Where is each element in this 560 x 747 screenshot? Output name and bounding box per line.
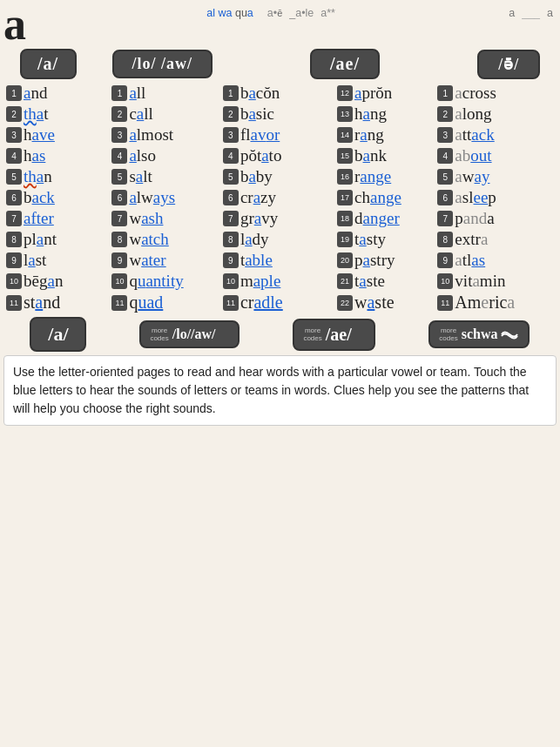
table-row: 10 bēgan 10 quantity 10 maple 21 t bbox=[3, 271, 557, 292]
bottom-btn-a[interactable]: /a/ bbox=[30, 317, 86, 352]
word-text: basic bbox=[240, 104, 274, 124]
word-text: vitamin bbox=[455, 272, 505, 291]
word-text: always bbox=[129, 188, 175, 207]
word-text: away bbox=[455, 167, 489, 186]
row-num: 9 bbox=[6, 252, 22, 268]
word-cell: 14 rang bbox=[334, 124, 435, 145]
word-cell: 1 across bbox=[435, 83, 557, 104]
word-cell: 7 gravy bbox=[220, 208, 334, 229]
row-num: 11 bbox=[111, 295, 127, 311]
word-text: quad bbox=[129, 293, 163, 313]
row-num: 6 bbox=[6, 190, 22, 205]
word-cell: 10 maple bbox=[220, 271, 334, 292]
word-cell: 13 hang bbox=[334, 104, 435, 124]
row-num: 7 bbox=[111, 211, 127, 226]
row-num: 8 bbox=[223, 232, 239, 247]
word-text: across bbox=[455, 84, 496, 103]
word-text: tasty bbox=[354, 230, 386, 249]
row-num: 2 bbox=[437, 106, 453, 122]
word-text: change bbox=[354, 188, 401, 207]
description-text: Use the letter-oriented pages to read an… bbox=[13, 365, 529, 415]
bottom-btn-ae[interactable]: morecodes /ae/ bbox=[293, 319, 375, 351]
word-text: attack bbox=[455, 125, 494, 145]
word-cell: 9 last bbox=[3, 250, 109, 271]
word-cell: 6 always bbox=[109, 187, 219, 208]
header: a al wa qua a•ē _a•le a** a ___ a bbox=[3, 5, 557, 47]
word-cell: 3 have bbox=[3, 124, 109, 145]
sound-btn-a[interactable]: /a/ bbox=[20, 49, 77, 79]
row-num: 7 bbox=[6, 211, 22, 226]
bottom-btn-schwa[interactable]: morecodes schwa bbox=[428, 320, 530, 348]
word-cell: 3 attack bbox=[435, 124, 557, 145]
sound-btn-lo-aw[interactable]: /lo/ /aw/ bbox=[112, 50, 213, 78]
row-num: 2 bbox=[223, 106, 239, 122]
word-text: maple bbox=[240, 272, 280, 291]
row-num: 4 bbox=[223, 148, 239, 164]
sound-btn-ae[interactable]: /ae/ bbox=[310, 49, 380, 79]
btn-content: morecodes bbox=[303, 326, 321, 342]
row-num: 3 bbox=[6, 127, 22, 143]
word-text: crazy bbox=[240, 188, 276, 207]
table-row: 7 after 7 wash 7 gravy 18 danger bbox=[3, 208, 557, 229]
big-letter: a bbox=[3, 2, 26, 47]
table-row: 3 have 3 almost 3 flavor 14 rang bbox=[3, 124, 557, 145]
word-text: and bbox=[24, 84, 47, 103]
variant-a-left: a bbox=[509, 7, 515, 19]
word-text: atlas bbox=[455, 251, 485, 270]
word-cell: 5 baby bbox=[220, 166, 334, 187]
word-cell: 10 bēgan bbox=[3, 271, 109, 292]
row-num: 19 bbox=[337, 232, 353, 247]
sound-buttons-row: /a/ /lo/ /aw/ /ae/ /ə̄/ bbox=[3, 49, 557, 79]
row-num: 16 bbox=[337, 169, 353, 185]
more-codes-label2: morecodes bbox=[303, 326, 321, 342]
row-num: 3 bbox=[223, 127, 239, 143]
btn-label: /ae/ bbox=[326, 325, 352, 345]
row-num: 11 bbox=[223, 295, 239, 311]
word-cell: 3 almost bbox=[109, 124, 219, 145]
row-num: 14 bbox=[337, 127, 353, 143]
row-num: 5 bbox=[223, 169, 239, 185]
word-text: lady bbox=[240, 230, 269, 249]
word-cell: 7 panda bbox=[435, 208, 557, 229]
variant-ae2: _a•le bbox=[289, 7, 314, 19]
variant-a-right: a bbox=[547, 7, 553, 19]
word-text: pastry bbox=[354, 251, 395, 270]
word-text: range bbox=[354, 167, 391, 186]
row-num: 13 bbox=[337, 106, 353, 122]
row-num: 22 bbox=[337, 295, 353, 311]
word-text: pŏtato bbox=[240, 146, 282, 165]
word-text: bank bbox=[354, 146, 387, 165]
row-num: 2 bbox=[6, 106, 22, 122]
word-cell: 3 flavor bbox=[220, 124, 334, 145]
row-num: 4 bbox=[6, 148, 22, 164]
word-cell: 18 danger bbox=[334, 208, 435, 229]
phonics-labels: al wa qua a•ē _a•le a** bbox=[33, 5, 509, 22]
row-num: 9 bbox=[111, 252, 127, 268]
word-text: almost bbox=[129, 125, 173, 145]
row-num: 5 bbox=[437, 169, 453, 185]
bottom-btn-lo-aw[interactable]: morecodes /lo//aw/ bbox=[139, 320, 240, 348]
row-num: 1 bbox=[223, 85, 239, 101]
word-cell: 7 wash bbox=[109, 208, 219, 229]
variant-astar: a** bbox=[320, 7, 335, 19]
word-cell: 6 back bbox=[3, 187, 109, 208]
word-text: wash bbox=[129, 209, 163, 228]
row-num: 6 bbox=[111, 190, 127, 205]
a-variants: a ___ a bbox=[509, 7, 553, 19]
word-text: plant bbox=[24, 230, 57, 249]
sound-btn-schwa[interactable]: /ə̄/ bbox=[477, 50, 540, 79]
table-row: 8 plant 8 watch 8 lady 19 tasty bbox=[3, 229, 557, 250]
word-cell: 1 all bbox=[109, 83, 219, 104]
row-num: 2 bbox=[111, 106, 127, 122]
row-num: 8 bbox=[6, 232, 22, 247]
row-num: 18 bbox=[337, 211, 353, 226]
word-text: also bbox=[129, 146, 156, 165]
word-grid: 1 and 1 all 1 bacŏn 12 aprŏn bbox=[3, 83, 557, 313]
right-variants: a ___ a bbox=[509, 5, 553, 22]
btn-label: /a/ bbox=[48, 323, 68, 346]
word-text: that bbox=[24, 104, 49, 124]
row-num: 10 bbox=[111, 273, 127, 289]
btn-content: morecodes bbox=[439, 326, 457, 342]
table-row: 11 stand 11 quad 11 cradle 22 wast bbox=[3, 292, 557, 313]
word-cell: 7 after bbox=[3, 208, 109, 229]
